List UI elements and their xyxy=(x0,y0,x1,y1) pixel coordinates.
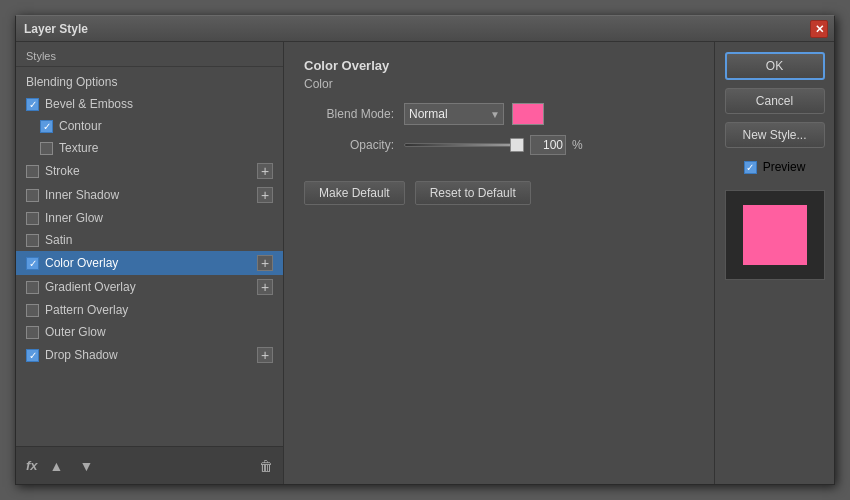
fx-label: fx xyxy=(26,458,38,473)
new-style-button[interactable]: New Style... xyxy=(725,122,825,148)
section-title: Color Overlay xyxy=(304,58,694,73)
pattern-overlay-checkbox[interactable] xyxy=(26,304,39,317)
delete-style-button[interactable]: 🗑 xyxy=(259,458,273,474)
stroke-checkbox[interactable] xyxy=(26,165,39,178)
preview-check-row: ✓ Preview xyxy=(744,160,806,174)
close-button[interactable]: ✕ xyxy=(810,20,828,38)
opacity-slider-wrap: % xyxy=(404,135,583,155)
preview-swatch xyxy=(725,190,825,280)
layer-list: Blending Options ✓ Bevel & Emboss ✓ Cont… xyxy=(16,67,283,446)
color-overlay-label: Color Overlay xyxy=(45,256,118,270)
stroke-plus-button[interactable]: + xyxy=(257,163,273,179)
center-panel: Color Overlay Color Blend Mode: Normal D… xyxy=(284,42,714,484)
drop-shadow-label: Drop Shadow xyxy=(45,348,118,362)
opacity-row: Opacity: % xyxy=(304,135,694,155)
contour-label: Contour xyxy=(59,119,102,133)
texture-checkbox[interactable] xyxy=(40,142,53,155)
pattern-overlay-label: Pattern Overlay xyxy=(45,303,128,317)
center-buttons: Make Default Reset to Default xyxy=(304,181,694,205)
sidebar-item-inner-shadow[interactable]: Inner Shadow + xyxy=(16,183,283,207)
sidebar-item-drop-shadow[interactable]: ✓ Drop Shadow + xyxy=(16,343,283,367)
layer-style-dialog: Layer Style ✕ Styles Blending Options ✓ … xyxy=(15,15,835,485)
outer-glow-checkbox[interactable] xyxy=(26,326,39,339)
move-up-button[interactable]: ▲ xyxy=(46,456,68,476)
slider-track xyxy=(404,143,524,147)
right-panel: OK Cancel New Style... ✓ Preview xyxy=(714,42,834,484)
sidebar-item-pattern-overlay[interactable]: Pattern Overlay xyxy=(16,299,283,321)
color-overlay-checkbox[interactable]: ✓ xyxy=(26,257,39,270)
sub-title: Color xyxy=(304,77,694,91)
sidebar-item-blending-options[interactable]: Blending Options xyxy=(16,71,283,93)
sidebar-item-contour[interactable]: ✓ Contour xyxy=(16,115,283,137)
percent-label: % xyxy=(572,138,583,152)
contour-checkbox[interactable]: ✓ xyxy=(40,120,53,133)
sidebar-item-gradient-overlay[interactable]: Gradient Overlay + xyxy=(16,275,283,299)
texture-label: Texture xyxy=(59,141,98,155)
title-bar: Layer Style ✕ xyxy=(16,16,834,42)
drop-shadow-checkbox[interactable]: ✓ xyxy=(26,349,39,362)
sidebar-item-outer-glow[interactable]: Outer Glow xyxy=(16,321,283,343)
blend-mode-select[interactable]: Normal Dissolve Multiply Screen Overlay xyxy=(404,103,504,125)
blend-mode-wrapper: Normal Dissolve Multiply Screen Overlay … xyxy=(404,103,504,125)
left-footer: fx ▲ ▼ 🗑 xyxy=(16,446,283,484)
sidebar-item-inner-glow[interactable]: Inner Glow xyxy=(16,207,283,229)
stroke-label: Stroke xyxy=(45,164,80,178)
blending-options-label: Blending Options xyxy=(26,75,117,89)
preview-checkbox[interactable]: ✓ xyxy=(744,161,757,174)
gradient-overlay-plus-button[interactable]: + xyxy=(257,279,273,295)
satin-checkbox[interactable] xyxy=(26,234,39,247)
sidebar-item-texture[interactable]: Texture xyxy=(16,137,283,159)
sidebar-item-color-overlay[interactable]: ✓ Color Overlay + xyxy=(16,251,283,275)
opacity-slider[interactable] xyxy=(404,139,524,151)
inner-shadow-checkbox[interactable] xyxy=(26,189,39,202)
preview-inner xyxy=(743,205,807,265)
dialog-title: Layer Style xyxy=(24,22,88,36)
opacity-input[interactable] xyxy=(530,135,566,155)
preview-label: Preview xyxy=(763,160,806,174)
inner-shadow-label: Inner Shadow xyxy=(45,188,119,202)
slider-thumb[interactable] xyxy=(510,138,524,152)
sidebar-item-stroke[interactable]: Stroke + xyxy=(16,159,283,183)
blend-mode-row: Blend Mode: Normal Dissolve Multiply Scr… xyxy=(304,103,694,125)
opacity-label: Opacity: xyxy=(304,138,394,152)
satin-label: Satin xyxy=(45,233,72,247)
move-down-button[interactable]: ▼ xyxy=(75,456,97,476)
reset-to-default-button[interactable]: Reset to Default xyxy=(415,181,531,205)
left-panel: Styles Blending Options ✓ Bevel & Emboss… xyxy=(16,42,284,484)
color-overlay-plus-button[interactable]: + xyxy=(257,255,273,271)
make-default-button[interactable]: Make Default xyxy=(304,181,405,205)
ok-button[interactable]: OK xyxy=(725,52,825,80)
inner-glow-label: Inner Glow xyxy=(45,211,103,225)
styles-header: Styles xyxy=(16,42,283,67)
sidebar-item-bevel-emboss[interactable]: ✓ Bevel & Emboss xyxy=(16,93,283,115)
inner-shadow-plus-button[interactable]: + xyxy=(257,187,273,203)
bevel-emboss-label: Bevel & Emboss xyxy=(45,97,133,111)
gradient-overlay-label: Gradient Overlay xyxy=(45,280,136,294)
color-swatch[interactable] xyxy=(512,103,544,125)
cancel-button[interactable]: Cancel xyxy=(725,88,825,114)
gradient-overlay-checkbox[interactable] xyxy=(26,281,39,294)
bevel-emboss-checkbox[interactable]: ✓ xyxy=(26,98,39,111)
outer-glow-label: Outer Glow xyxy=(45,325,106,339)
inner-glow-checkbox[interactable] xyxy=(26,212,39,225)
drop-shadow-plus-button[interactable]: + xyxy=(257,347,273,363)
blend-mode-label: Blend Mode: xyxy=(304,107,394,121)
sidebar-item-satin[interactable]: Satin xyxy=(16,229,283,251)
dialog-body: Styles Blending Options ✓ Bevel & Emboss… xyxy=(16,42,834,484)
